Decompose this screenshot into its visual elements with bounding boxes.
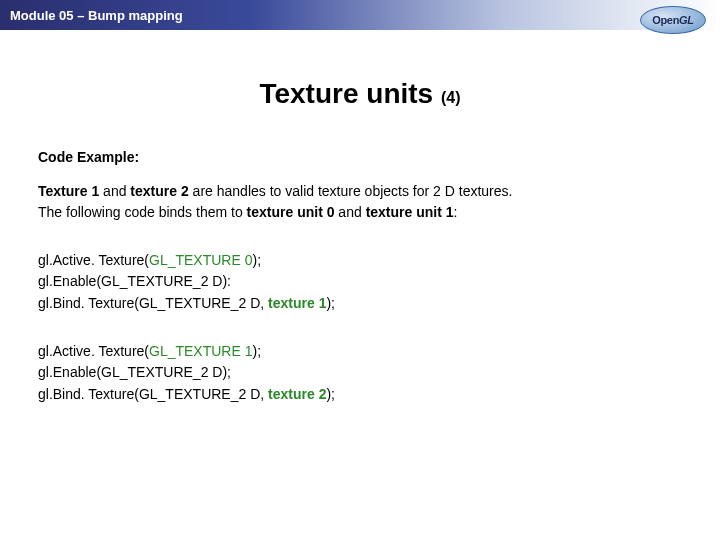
cb2-line1: gl.Active. Texture(GL_TEXTURE 1); bbox=[38, 342, 678, 362]
intro-l2c: and bbox=[334, 204, 365, 220]
logo-oval: OpenGL bbox=[640, 6, 706, 34]
intro-line-2: The following code binds them to texture… bbox=[38, 203, 678, 223]
cb1-line3: gl.Bind. Texture(GL_TEXTURE_2 D, texture… bbox=[38, 294, 678, 314]
cb1-l1a: gl.Active. Texture( bbox=[38, 252, 149, 268]
cb1-l3c: ); bbox=[326, 295, 335, 311]
cb1-line1: gl.Active. Texture(GL_TEXTURE 0); bbox=[38, 251, 678, 271]
intro-tu0: texture unit 0 bbox=[247, 204, 335, 220]
code-example-label: Code Example: bbox=[38, 148, 678, 168]
code-block-2: gl.Active. Texture(GL_TEXTURE 1); gl.Ena… bbox=[38, 342, 678, 405]
intro-l2a: The following code binds them to bbox=[38, 204, 247, 220]
code-block-1: gl.Active. Texture(GL_TEXTURE 0); gl.Ena… bbox=[38, 251, 678, 314]
cb1-line2: gl.Enable(GL_TEXTURE_2 D): bbox=[38, 272, 678, 292]
intro-block: Texture 1 and texture 2 are handles to v… bbox=[38, 182, 678, 223]
logo-text-gl: GL bbox=[679, 14, 694, 26]
cb2-l1b: GL_TEXTURE 1 bbox=[149, 343, 252, 359]
opengl-logo-icon: OpenGL bbox=[638, 6, 708, 34]
intro-t1: Texture 1 bbox=[38, 183, 99, 199]
cb2-l1a: gl.Active. Texture( bbox=[38, 343, 149, 359]
intro-l2e: : bbox=[454, 204, 458, 220]
slide-root: Module 05 – Bump mapping OpenGL Texture … bbox=[0, 0, 720, 540]
intro-t1d: are handles to valid texture objects for… bbox=[189, 183, 513, 199]
cb2-l3a: gl.Bind. Texture(GL_TEXTURE_2 D, bbox=[38, 386, 268, 402]
slide-title-sub: (4) bbox=[441, 89, 461, 106]
intro-t1b: and bbox=[99, 183, 130, 199]
cb2-l3c: ); bbox=[326, 386, 335, 402]
intro-tu1: texture unit 1 bbox=[366, 204, 454, 220]
module-title: Module 05 – Bump mapping bbox=[10, 8, 183, 23]
cb2-l3b: texture 2 bbox=[268, 386, 326, 402]
cb1-l3b: texture 1 bbox=[268, 295, 326, 311]
logo-text-open: Open bbox=[652, 14, 679, 26]
cb1-l1c: ); bbox=[253, 252, 262, 268]
slide-title-main: Texture units bbox=[259, 78, 441, 109]
cb1-l3a: gl.Bind. Texture(GL_TEXTURE_2 D, bbox=[38, 295, 268, 311]
slide-title: Texture units (4) bbox=[0, 78, 720, 110]
cb1-l1b: GL_TEXTURE 0 bbox=[149, 252, 252, 268]
intro-line-1: Texture 1 and texture 2 are handles to v… bbox=[38, 182, 678, 202]
cb2-l1c: ); bbox=[253, 343, 262, 359]
header-bar: Module 05 – Bump mapping bbox=[0, 0, 720, 30]
cb2-line2: gl.Enable(GL_TEXTURE_2 D); bbox=[38, 363, 678, 383]
cb2-line3: gl.Bind. Texture(GL_TEXTURE_2 D, texture… bbox=[38, 385, 678, 405]
content-area: Code Example: Texture 1 and texture 2 ar… bbox=[38, 148, 678, 432]
intro-t2: texture 2 bbox=[130, 183, 188, 199]
